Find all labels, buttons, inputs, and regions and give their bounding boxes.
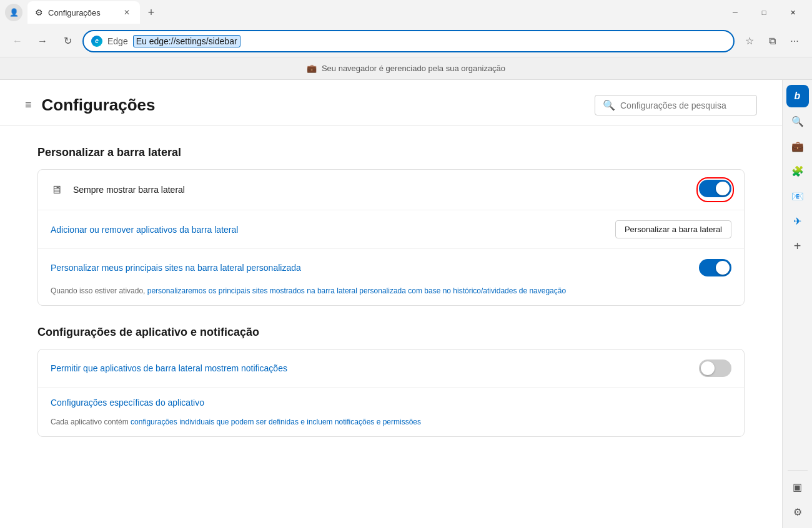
nav-actions: ☆ ⧉ ··· [740, 31, 805, 51]
more-button[interactable]: ··· [785, 31, 805, 51]
tab-close-button[interactable]: ✕ [121, 7, 132, 18]
outlook-sidebar-button[interactable]: 📧 [786, 185, 809, 207]
personalize-sites-row: Personalizar meus principais sites na ba… [38, 249, 744, 305]
toggle-thumb [716, 182, 730, 195]
settings-tab[interactable]: ⚙ Configurações ✕ [27, 1, 140, 24]
toggle-thumb-2 [716, 261, 730, 275]
sidebar-row-icon: 🖥 [51, 183, 66, 197]
settings-content: Personalizar a barra lateral 🖥 Sempre mo… [0, 126, 782, 477]
back-button[interactable]: ← [7, 31, 27, 51]
app-notification-settings-card: Permitir que aplicativos de barra latera… [37, 349, 745, 437]
always-show-sidebar-label: Sempre mostrar barra lateral [73, 185, 691, 195]
personalize-sites-label: Personalizar meus principais sites na ba… [51, 263, 691, 273]
add-sidebar-button[interactable]: + [786, 235, 809, 257]
address-url[interactable]: Eu edge://settings/sidebar [133, 35, 240, 47]
tab-area: ⚙ Configurações ✕ + [27, 0, 716, 25]
menu-icon-button[interactable]: ≡ [25, 99, 32, 112]
always-show-sidebar-row: 🖥 Sempre mostrar barra lateral [38, 170, 744, 210]
forward-button[interactable]: → [32, 31, 52, 51]
settings-tab-icon: ⚙ [35, 7, 43, 17]
toggle-thumb-3 [701, 361, 715, 375]
search-box[interactable]: 🔍 [595, 95, 757, 115]
sublabel-blue-2: configurações individuais que podem ser … [131, 418, 421, 426]
search-input[interactable] [620, 100, 749, 110]
sublabel-blue: personalizaremos os principais sites mos… [147, 286, 566, 295]
search-icon: 🔍 [603, 99, 615, 111]
nav-bar: ← → ↻ e Edge Eu edge://settings/sidebar … [0, 25, 812, 57]
avatar: 👤 [5, 4, 22, 21]
tab-view-sidebar-button[interactable]: ▣ [786, 476, 809, 498]
settings-tab-title: Configurações [48, 8, 116, 17]
sidebar-settings-card: 🖥 Sempre mostrar barra lateral Adicionar… [37, 169, 745, 306]
allow-notifications-label: Permitir que aplicativos de barra latera… [51, 363, 691, 373]
app-specific-settings-label: Configurações específicas do aplicativo [51, 398, 204, 408]
refresh-button[interactable]: ↻ [57, 31, 77, 51]
sidebar-divider [788, 470, 808, 471]
window-controls: ─ □ ✕ [721, 2, 807, 22]
extensions-sidebar-button[interactable]: 🧩 [786, 160, 809, 182]
title-bar: 👤 ⚙ Configurações ✕ + ─ □ ✕ [0, 0, 812, 25]
always-show-sidebar-toggle-highlight [699, 180, 731, 200]
customize-sidebar-button[interactable]: Personalizar a barra lateral [615, 220, 731, 238]
app-specific-settings-sublabel: Cada aplicativo contém configurações ind… [51, 418, 421, 426]
edge-logo-icon: e [91, 36, 102, 47]
minimize-button[interactable]: ─ [721, 2, 750, 22]
allow-notifications-row: Permitir que aplicativos de barra latera… [38, 350, 744, 388]
close-button[interactable]: ✕ [778, 2, 807, 22]
collections-sidebar-button[interactable]: 💼 [786, 135, 809, 157]
main-layout: ≡ Configurações 🔍 Personalizar a barra l… [0, 80, 812, 528]
managed-banner: 💼 Seu navegador é gerenciado pela sua or… [0, 57, 812, 80]
add-remove-apps-row: Adicionar ou remover aplicativos da barr… [38, 210, 744, 249]
bing-sidebar-button[interactable]: b [786, 85, 809, 107]
collections-button[interactable]: ⧉ [762, 31, 782, 51]
sidebar-section-title: Personalizar a barra lateral [37, 146, 745, 159]
page-title: Configurações [42, 95, 585, 115]
personalize-sites-toggle[interactable] [699, 259, 731, 276]
address-edge-label: Edge [107, 36, 128, 46]
sidebar-settings-button[interactable]: ⚙ [786, 501, 809, 523]
search-sidebar-button[interactable]: 🔍 [786, 110, 809, 132]
add-remove-apps-label: Adicionar ou remover aplicativos da barr… [51, 225, 608, 235]
always-show-sidebar-toggle[interactable] [699, 180, 731, 197]
managed-icon: 💼 [307, 64, 317, 73]
content-area: ≡ Configurações 🔍 Personalizar a barra l… [0, 80, 782, 528]
favorites-button[interactable]: ☆ [740, 31, 760, 51]
settings-header: ≡ Configurações 🔍 [0, 80, 782, 126]
new-tab-button[interactable]: + [142, 4, 160, 21]
personalize-sites-sublabel: Quando isso estiver ativado, personaliza… [51, 286, 566, 295]
address-bar[interactable]: e Edge Eu edge://settings/sidebar [82, 30, 735, 52]
right-sidebar: b 🔍 💼 🧩 📧 ✈ + ▣ ⚙ [782, 80, 812, 528]
app-notification-section-title: Configurações de aplicativo e notificaçã… [37, 326, 745, 339]
send-sidebar-button[interactable]: ✈ [786, 210, 809, 232]
maximize-button[interactable]: □ [750, 2, 778, 22]
managed-text: Seu navegador é gerenciado pela sua orga… [322, 64, 505, 73]
allow-notifications-toggle[interactable] [699, 359, 731, 377]
app-specific-settings-row: Configurações específicas do aplicativo … [38, 388, 744, 436]
